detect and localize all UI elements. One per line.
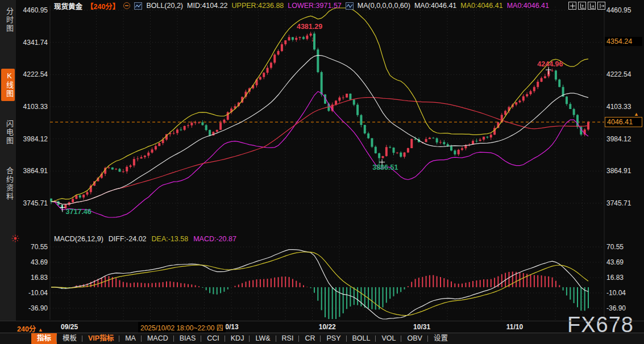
price-up-arrow-icon: ▲ [634,111,639,117]
axis-zoom-vertical-icon[interactable] [578,2,586,10]
tab-MA[interactable]: MA [119,333,142,344]
tab-KDJ[interactable]: KDJ [225,333,250,344]
tab-VOL[interactable]: VOL [376,333,401,344]
sidebar-item-合约资料[interactable]: 合约资料 [1,164,15,204]
macd-diff-line [51,250,588,319]
chart-tool-buttons [568,2,605,10]
indicator-toolbar: 指标模板VIP指标MAMACDBIASCCIKDJLW&RSICRPSYBOLL… [0,333,644,344]
chart-legend: 现货黄金 【240分】 BOLL(20,2) MID:4104.22 UPPER… [54,1,549,10]
tab-RSI[interactable]: RSI [276,333,300,344]
tab-设置[interactable]: 设置 [428,333,454,344]
macd-label: MACD(26,12,9) [54,235,103,243]
period-tag[interactable]: 【240分】 [86,1,119,11]
boll-lower-line [51,91,588,217]
sell-signal-arrow-icon: ↓ [306,32,309,40]
current-price-badge: ▲ 4046.41 [605,117,642,127]
macd-macd-value: MACD:-20.87 [193,235,236,243]
ma0-yellow-value: MA0:4046.41 [460,2,502,10]
sidebar-item-闪电图[interactable]: 闪电图 [1,117,15,148]
crosshair-date-tooltip: 2025/10/02 18:00~22:00 四 [138,322,226,333]
main-chart-canvas[interactable]: ↓↓ [0,0,644,344]
boll-lower-value: LOWER:3971.57 [288,2,342,10]
tab-VIP指标[interactable]: VIP指标 [82,333,119,344]
boll-indicator-icon[interactable] [134,2,142,10]
chart-app: ↓↓ 现货黄金 【240分】 BOLL(20,2) MID:4104.22 UP… [0,0,644,344]
tab-OBV[interactable]: OBV [401,333,427,344]
tab-MACD[interactable]: MACD [142,333,174,344]
tab-BOLL[interactable]: BOLL [347,333,376,344]
axis-zoom-horizontal-icon[interactable] [588,2,596,10]
ma0-magenta-value: MA0:4046.41 [507,2,549,10]
boll-upper-value: UPPER:4236.88 [232,2,284,10]
boll-label: BOLL(20,2) [146,2,183,10]
cross-marker [546,67,551,74]
tab-BIAS[interactable]: BIAS [174,333,202,344]
tab-指标[interactable]: 指标 [31,333,57,344]
macd-dea-value: DEA:-13.58 [152,235,189,243]
tab-CCI[interactable]: CCI [201,333,225,344]
ma-label: MA(0,0,0,0,0,60) [358,2,410,10]
macd-dea-line [51,252,588,316]
session-high-badge: 4354.24 [605,37,642,46]
crosshair-tool-icon[interactable] [568,2,576,10]
red-sun-marker-icon[interactable] [11,234,19,245]
tab-模板[interactable]: 模板 [57,333,82,344]
sidebar-item-分时图[interactable]: 分时图 [1,5,15,36]
ma-indicator-icon[interactable] [346,2,354,10]
boll-upper-line [51,8,588,202]
tab-CR[interactable]: CR [299,333,321,344]
candlestick-series [50,32,589,211]
macd-legend: MACD(26,12,9) DIFF:-24.02 DEA:-13.58 MAC… [54,234,236,244]
symbol-name: 现货黄金 [54,1,82,11]
tab-LW&[interactable]: LW& [250,333,276,344]
x-axis-row: 240分 ▲ 2025/10/02 18:00~22:00 四 [0,321,644,333]
macd-diff-value: DIFF:-24.02 [109,235,147,243]
pop-out-panel-icon[interactable] [597,2,605,10]
ma0-white-value: MA0:4046.41 [414,2,456,10]
timeframe-arrow-icon: ▲ [38,327,43,333]
sidebar-item-K线图[interactable]: K线图 [1,69,15,101]
boll-mid-value: MID:4104.22 [187,2,228,10]
ma60-line [51,98,588,204]
sell-signal-arrow-icon: ↓ [311,35,314,43]
tab-PSY[interactable]: PSY [321,333,346,344]
collapse-indicator-icon[interactable] [123,2,130,9]
left-sidebar: 分时图K线图闪电图合约资料 [0,0,16,321]
boll-mid-line [51,55,588,204]
current-price-value: 4046.41 [607,118,633,126]
cross-marker [379,160,385,167]
